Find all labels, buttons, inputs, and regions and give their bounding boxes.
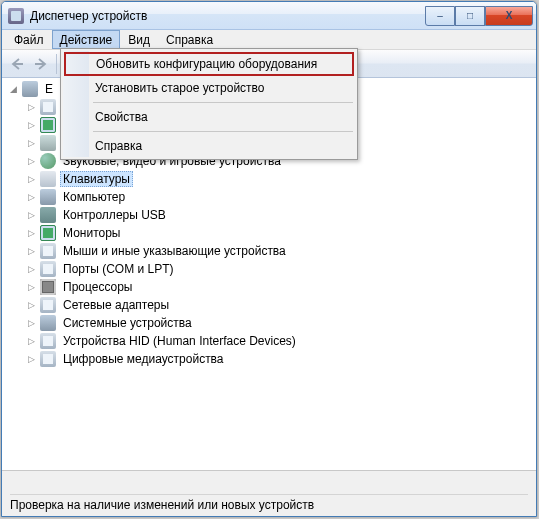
menu-item-add-legacy[interactable]: Установить старое устройство xyxy=(63,77,355,99)
menu-item-help[interactable]: Справка xyxy=(63,135,355,157)
category-icon xyxy=(40,315,56,331)
device-manager-window: Диспетчер устройств – □ X Файл Действие … xyxy=(1,1,537,517)
tree-item-label: Порты (COM и LPT) xyxy=(60,262,177,276)
computer-icon xyxy=(22,81,38,97)
category-icon xyxy=(40,243,56,259)
expand-icon[interactable]: ▷ xyxy=(26,300,37,311)
category-icon xyxy=(40,297,56,313)
tree-item-label: Мыши и иные указывающие устройства xyxy=(60,244,289,258)
tree-item[interactable]: ▷Устройства HID (Human Interface Devices… xyxy=(4,332,534,350)
expand-icon[interactable]: ▷ xyxy=(26,156,37,167)
tree-item-label: Клавиатуры xyxy=(60,171,133,187)
back-button[interactable] xyxy=(6,53,28,75)
dropdown-separator xyxy=(93,102,353,103)
tree-item[interactable]: ▷Процессоры xyxy=(4,278,534,296)
tree-item-label: Мониторы xyxy=(60,226,123,240)
category-icon xyxy=(40,261,56,277)
expand-icon[interactable]: ▷ xyxy=(26,228,37,239)
collapse-icon[interactable]: ◢ xyxy=(8,84,19,95)
category-icon xyxy=(40,333,56,349)
statusbar-text: Проверка на наличие изменений или новых … xyxy=(10,494,528,512)
expand-icon[interactable]: ▷ xyxy=(26,138,37,149)
app-icon xyxy=(8,8,24,24)
menu-file[interactable]: Файл xyxy=(6,30,52,49)
tree-item-label: Устройства HID (Human Interface Devices) xyxy=(60,334,299,348)
menu-item-refresh-hardware[interactable]: Обновить конфигурацию оборудования xyxy=(64,52,354,76)
tree-item[interactable]: ▷Системные устройства xyxy=(4,314,534,332)
expand-icon[interactable]: ▷ xyxy=(26,354,37,365)
expand-icon[interactable]: ▷ xyxy=(26,192,37,203)
tree-item-label: Процессоры xyxy=(60,280,136,294)
tree-item-label: Сетевые адаптеры xyxy=(60,298,172,312)
close-button[interactable]: X xyxy=(485,6,533,26)
category-icon xyxy=(40,189,56,205)
tree-item-label: Контроллеры USB xyxy=(60,208,169,222)
toolbar-separator xyxy=(56,54,57,74)
expand-icon[interactable]: ▷ xyxy=(26,174,37,185)
titlebar[interactable]: Диспетчер устройств – □ X xyxy=(2,2,536,30)
expand-icon[interactable]: ▷ xyxy=(26,264,37,275)
menubar: Файл Действие Вид Справка xyxy=(2,30,536,50)
forward-button[interactable] xyxy=(30,53,52,75)
expand-icon[interactable]: ▷ xyxy=(26,336,37,347)
category-icon xyxy=(40,117,56,133)
menu-item-properties[interactable]: Свойства xyxy=(63,106,355,128)
arrow-left-icon xyxy=(10,57,24,71)
category-icon xyxy=(40,99,56,115)
minimize-button[interactable]: – xyxy=(425,6,455,26)
category-icon xyxy=(40,351,56,367)
expand-icon[interactable]: ▷ xyxy=(26,102,37,113)
expand-icon[interactable]: ▷ xyxy=(26,318,37,329)
maximize-button[interactable]: □ xyxy=(455,6,485,26)
window-controls: – □ X xyxy=(425,6,533,26)
tree-item[interactable]: ▷Цифровые медиаустройства xyxy=(4,350,534,368)
tree-item[interactable]: ▷Порты (COM и LPT) xyxy=(4,260,534,278)
tree-item-label: Системные устройства xyxy=(60,316,195,330)
tree-item[interactable]: ▷Мыши и иные указывающие устройства xyxy=(4,242,534,260)
expand-icon[interactable]: ▷ xyxy=(26,120,37,131)
expand-icon[interactable]: ▷ xyxy=(26,282,37,293)
tree-item[interactable]: ▷Мониторы xyxy=(4,224,534,242)
tree-item-label: Компьютер xyxy=(60,190,128,204)
dropdown-separator xyxy=(93,131,353,132)
menu-help[interactable]: Справка xyxy=(158,30,221,49)
statusbar: Проверка на наличие изменений или новых … xyxy=(2,470,536,516)
tree-item[interactable]: ▷Сетевые адаптеры xyxy=(4,296,534,314)
category-icon xyxy=(40,279,56,295)
category-icon xyxy=(40,207,56,223)
category-icon xyxy=(40,153,56,169)
menu-view[interactable]: Вид xyxy=(120,30,158,49)
expand-icon[interactable]: ▷ xyxy=(26,246,37,257)
tree-root-label: E xyxy=(42,82,56,96)
arrow-right-icon xyxy=(34,57,48,71)
expand-icon[interactable]: ▷ xyxy=(26,210,37,221)
tree-item[interactable]: ▷Компьютер xyxy=(4,188,534,206)
window-title: Диспетчер устройств xyxy=(30,9,425,23)
tree-item[interactable]: ▷Контроллеры USB xyxy=(4,206,534,224)
tree-item-label: Цифровые медиаустройства xyxy=(60,352,227,366)
category-icon xyxy=(40,135,56,151)
category-icon xyxy=(40,225,56,241)
tree-item[interactable]: ▷Клавиатуры xyxy=(4,170,534,188)
menu-action[interactable]: Действие xyxy=(52,30,121,49)
category-icon xyxy=(40,171,56,187)
action-menu-dropdown: Обновить конфигурацию оборудования Устан… xyxy=(60,48,358,160)
